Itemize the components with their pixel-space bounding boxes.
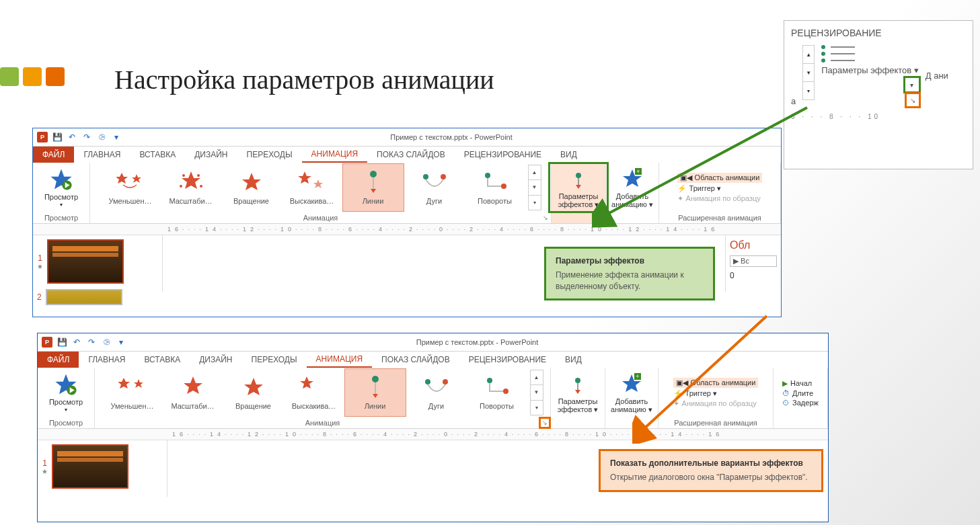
animation-pane-button[interactable]: ▣◀Область анимации [677,173,763,183]
svg-point-8 [180,185,182,188]
thumbnail-1-2[interactable]: 1★ [42,444,163,489]
trigger-button[interactable]: ⚡Триггер ▾ [677,184,763,193]
gallery-lines-2[interactable]: Линии [344,368,406,417]
save-icon-2[interactable]: 💾 [56,337,67,348]
preview-label: Просмотр [44,193,78,201]
gallery-shrink-2[interactable]: Уменьшен… [102,369,163,416]
tooltip-orange-title: Показать дополнительные варианты эффекто… [610,458,812,469]
qat-customize-icon[interactable]: ▾ [111,132,122,143]
quick-access-toolbar-2: P 💾 ↶ ↷ ⧁ ▾ Пример с текстом.pptx - Powe… [38,333,828,352]
animation-painter-button[interactable]: ✦Анимация по образцу [677,194,763,203]
svg-point-40 [443,379,448,385]
gallery-turns[interactable]: Повороты [465,164,525,211]
tab-slideshow-2[interactable]: ПОКАЗ СЛАЙДОВ [372,352,459,368]
animation-dialog-launcher[interactable]: ↘ [541,214,550,222]
gallery-scroll-2[interactable]: ▲▼▾ [530,370,543,415]
effect-options-label: Параметры эффектов ▾ [552,192,605,208]
undo-icon-2[interactable]: ↶ [71,337,82,348]
svg-point-39 [425,379,430,385]
tab-animations[interactable]: АНИМАЦИЯ [302,147,367,163]
save-icon[interactable]: 💾 [52,132,63,143]
timing-duration[interactable]: ⏱Длите [782,389,819,397]
trigger-button-2[interactable]: ⚡Триггер ▾ [673,389,759,398]
bounce-icon [297,170,328,194]
gallery-arcs[interactable]: Дуги [404,164,465,211]
gallery-arcs-2[interactable]: Дуги [406,369,467,416]
gallery-scroll-up-icon[interactable]: ▲ [529,165,541,180]
effect-options-button-2[interactable]: Параметры эффектов ▾ [550,369,606,416]
tab-view-2[interactable]: ВИД [556,352,591,368]
gallery-spin[interactable]: Вращение [221,164,282,211]
svg-point-19 [501,184,506,189]
inset-effect-options-dropdown[interactable]: ▾ [905,78,919,91]
tab-insert-2[interactable]: ВСТАВКА [135,352,190,368]
preview-button-2[interactable]: Просмотр▾ [38,370,94,416]
scroll-more-icon[interactable]: ▾ [803,82,814,99]
tab-slideshow[interactable]: ПОКАЗ СЛАЙДОВ [367,147,455,163]
thumbnail-2[interactable]: 2 [37,289,158,305]
timing-delay[interactable]: ⏲Задерж [782,399,819,407]
gallery-scroll[interactable]: ▲ ▼ ▾ [528,165,541,210]
tab-design[interactable]: ДИЗАЙН [185,147,237,163]
inset-effect-options[interactable]: Параметры эффектов ▾ ▾ ↘ [821,45,919,106]
svg-marker-10 [242,173,261,190]
tab-insert[interactable]: ВСТАВКА [130,147,185,163]
inset-truncated-right: Д ани [926,71,948,81]
inset-gallery-scroll[interactable]: ▲ ▼ ▾ [802,45,815,100]
advanced-group-label: Расширенная анимация [659,212,780,223]
inset-dialog-launcher[interactable]: ↘ [907,94,919,106]
scroll-up-icon[interactable]: ▲ [803,46,814,64]
tab-design-2[interactable]: ДИЗАЙН [190,352,241,368]
undo-icon[interactable]: ↶ [67,132,77,143]
inset-effect-options-label[interactable]: Параметры эффектов ▾ [821,65,919,75]
tab-transitions[interactable]: ПЕРЕХОДЫ [237,147,302,163]
scroll-down-icon[interactable]: ▼ [803,64,814,82]
gallery-lines[interactable]: Линии [342,163,404,212]
svg-point-42 [503,389,508,394]
tab-view[interactable]: ВИД [551,147,587,163]
tooltip-green-body: Применение эффекта анимации к выделенном… [556,270,684,291]
horizontal-ruler: 16····14····12····10····8····6····4····2… [33,224,781,235]
gallery-more-icon[interactable]: ▾ [529,196,541,210]
animation-dialog-launcher-2[interactable]: ↘ [541,419,549,427]
gallery-shrink[interactable]: Уменьшен… [100,164,161,211]
redo-icon[interactable]: ↷ [81,132,92,143]
effect-options-button[interactable]: Параметры эффектов ▾ [550,164,607,211]
animation-indicator-icon: ★ [37,263,43,270]
gallery-turns-2[interactable]: Повороты [467,369,527,416]
tab-review[interactable]: РЕЦЕНЗИРОВАНИЕ [455,147,551,163]
timing-start[interactable]: ▶Начал [782,379,819,388]
gallery-bounce[interactable]: Выскакива… [282,164,342,211]
redo-icon-2[interactable]: ↷ [86,337,97,348]
add-animation-button[interactable]: + Добавить анимацию ▾ [604,164,661,211]
animation-painter-button-2[interactable]: ✦Анимация по образцу [673,399,759,408]
animation-pane-button-2[interactable]: ▣◀Область анимации [673,378,759,388]
tab-file-2[interactable]: ФАЙЛ [38,352,79,368]
qat-customize-icon-2[interactable]: ▾ [116,337,126,348]
start-from-beginning-icon[interactable]: ⧁ [96,132,107,143]
tab-home-2[interactable]: ГЛАВНАЯ [79,352,135,368]
gallery-zoom[interactable]: Масштаби… [161,164,221,211]
tooltip-green-title: Параметры эффектов [556,255,704,267]
painter-icon: ✦ [677,194,683,203]
animation-group-label: Анимация [90,212,551,223]
tab-home[interactable]: ГЛАВНАЯ [74,147,130,163]
tab-animations-2[interactable]: АНИМАЦИЯ [307,352,372,368]
svg-marker-11 [298,171,311,184]
gallery-zoom-2[interactable]: Масштаби… [163,369,223,416]
svg-marker-34 [244,378,263,395]
gallery-scroll-down-icon[interactable]: ▼ [529,180,541,195]
tooltip-orange-body: Открытие диалогового окна "Параметры эфф… [610,473,808,482]
thumbnail-1[interactable]: 1★ [37,239,158,284]
gallery-spin-2[interactable]: Вращение [223,369,284,416]
tab-file[interactable]: ФАЙЛ [33,147,74,163]
pane-play-button[interactable]: ▶ Вс [730,255,777,267]
add-animation-button-2[interactable]: +Добавить анимацию ▾ [603,369,660,416]
start-icon-2[interactable]: ⧁ [101,337,112,348]
tab-review-2[interactable]: РЕЦЕНЗИРОВАНИЕ [459,352,556,368]
tab-transitions-2[interactable]: ПЕРЕХОДЫ [242,352,307,368]
preview-button[interactable]: Просмотр ▾ [33,165,89,211]
gallery-bounce-2[interactable]: Выскакива… [284,369,344,416]
animation-pane: Обл ▶ Вс 0 [725,235,781,292]
animation-gallery: Уменьшен… Масштаби… Вращение Выскакива… … [100,163,541,212]
